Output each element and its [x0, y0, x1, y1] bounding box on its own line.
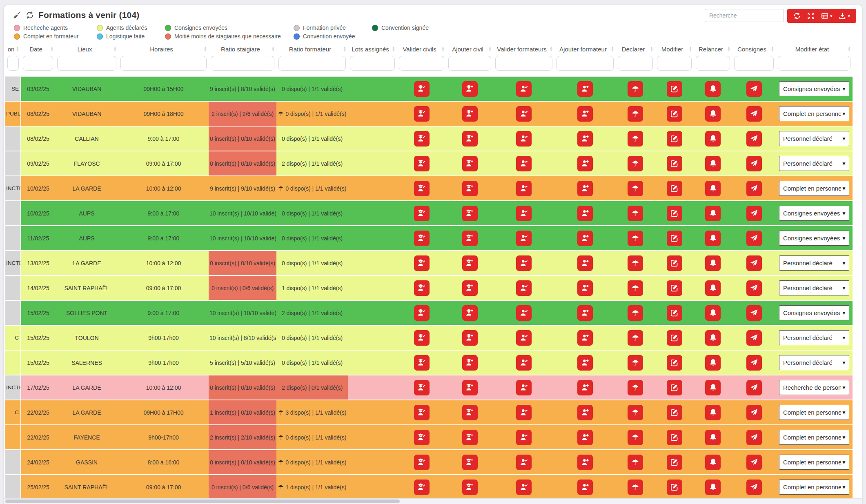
ajouter-civil-button[interactable] [462, 231, 478, 246]
sort-icon[interactable]: ▲▼ [204, 46, 207, 52]
etat-select[interactable]: Personnel déclaré ▼ [779, 355, 849, 370]
ajouter-formateur-button[interactable] [577, 255, 593, 271]
column-header[interactable]: Lots assignés▲▼ [348, 43, 397, 55]
column-filter-input[interactable] [120, 56, 207, 71]
sort-icon[interactable]: ▲▼ [650, 46, 653, 52]
etat-select[interactable]: Consignes envoyées ▼ [779, 305, 849, 320]
search-input[interactable] [705, 9, 784, 22]
ajouter-formateur-button[interactable] [577, 480, 593, 495]
modifier-button[interactable] [667, 106, 682, 122]
consignes-button[interactable] [746, 380, 762, 395]
relancer-button[interactable] [705, 255, 721, 271]
column-filter-input[interactable] [278, 56, 346, 71]
column-filter-input[interactable] [618, 56, 653, 71]
sort-icon[interactable]: ▲▼ [848, 46, 851, 52]
ajouter-civil-button[interactable] [462, 131, 478, 147]
etat-select[interactable]: Complet en personnel ▼ [779, 430, 849, 445]
valider-civils-button[interactable] [414, 131, 430, 147]
ajouter-civil-button[interactable] [462, 405, 478, 420]
sort-icon[interactable]: ▲▼ [441, 46, 445, 52]
valider-formateurs-button[interactable] [516, 255, 532, 271]
ajouter-formateur-button[interactable] [577, 430, 593, 445]
etat-select[interactable]: Consignes envoyées ▼ [779, 81, 849, 96]
consignes-button[interactable] [746, 455, 762, 470]
valider-civils-button[interactable] [414, 380, 430, 395]
etat-select[interactable]: Recherche de personnel ▼ [779, 380, 849, 395]
ajouter-civil-button[interactable] [462, 330, 478, 346]
etat-select[interactable]: Personnel déclaré ▼ [779, 131, 849, 146]
modifier-button[interactable] [667, 131, 682, 147]
consignes-button[interactable] [746, 81, 762, 97]
column-header[interactable]: Ratio staigiare▲▼ [209, 43, 276, 55]
consignes-button[interactable] [746, 206, 762, 221]
valider-civils-button[interactable] [414, 430, 430, 445]
modifier-button[interactable] [667, 280, 682, 296]
declarer-button[interactable]: ☂ [628, 181, 643, 196]
consignes-button[interactable] [746, 405, 762, 420]
column-header[interactable]: Modifier▲▼ [655, 43, 694, 55]
relancer-button[interactable] [705, 181, 721, 196]
ajouter-civil-button[interactable] [462, 430, 478, 445]
modifier-button[interactable] [667, 181, 682, 196]
ajouter-formateur-button[interactable] [577, 455, 593, 470]
valider-formateurs-button[interactable] [516, 181, 532, 196]
consignes-button[interactable] [746, 355, 762, 371]
etat-select[interactable]: Complet en personnel ▼ [779, 455, 849, 470]
ajouter-civil-button[interactable] [462, 156, 478, 171]
valider-formateurs-button[interactable] [516, 305, 532, 321]
relancer-button[interactable] [705, 355, 721, 371]
etat-select[interactable]: Consignes envoyées ▼ [779, 231, 849, 246]
columns-button[interactable]: ▾ [818, 9, 836, 23]
ajouter-formateur-button[interactable] [577, 280, 593, 296]
column-filter-input[interactable] [448, 56, 491, 71]
column-header[interactable]: Lieux▲▼ [55, 43, 118, 55]
relancer-button[interactable] [705, 330, 721, 346]
etat-select[interactable]: Personnel déclaré ▼ [779, 156, 849, 171]
column-header[interactable]: Valider civils▲▼ [397, 43, 446, 55]
ajouter-formateur-button[interactable] [577, 206, 593, 221]
valider-civils-button[interactable] [414, 480, 430, 495]
valider-civils-button[interactable] [414, 206, 430, 221]
consignes-button[interactable] [746, 156, 762, 171]
column-header[interactable]: Horaires▲▼ [118, 43, 209, 55]
declarer-button[interactable]: ☂ [628, 355, 643, 371]
modifier-button[interactable] [667, 255, 682, 271]
ajouter-civil-button[interactable] [462, 455, 478, 470]
horizontal-scrollbar[interactable] [4, 498, 862, 504]
consignes-button[interactable] [746, 131, 762, 147]
sort-icon[interactable]: ▲▼ [771, 46, 774, 52]
valider-civils-button[interactable] [414, 181, 430, 196]
valider-formateurs-button[interactable] [516, 156, 532, 171]
valider-formateurs-button[interactable] [516, 330, 532, 346]
column-header[interactable]: Relancer▲▼ [694, 43, 732, 55]
broom-icon[interactable] [13, 11, 21, 19]
ajouter-formateur-button[interactable] [577, 231, 593, 246]
modifier-button[interactable] [667, 305, 682, 321]
valider-civils-button[interactable] [414, 81, 430, 97]
ajouter-civil-button[interactable] [462, 181, 478, 196]
relancer-button[interactable] [705, 231, 721, 246]
modifier-button[interactable] [667, 480, 682, 495]
sort-icon[interactable]: ▲▼ [550, 46, 553, 52]
declarer-button[interactable]: ☂ [628, 81, 643, 97]
valider-formateurs-button[interactable] [516, 455, 532, 470]
valider-civils-button[interactable] [414, 355, 430, 371]
column-filter-input[interactable] [211, 56, 274, 71]
relancer-button[interactable] [705, 430, 721, 445]
declarer-button[interactable]: ☂ [628, 305, 643, 321]
etat-select[interactable]: Personnel déclaré ▼ [779, 255, 849, 271]
column-header[interactable]: Declarer▲▼ [616, 43, 655, 55]
valider-civils-button[interactable] [414, 231, 430, 246]
column-header[interactable]: Ajouter civil▲▼ [446, 43, 493, 55]
refresh-table-button[interactable] [790, 9, 804, 23]
relancer-button[interactable] [705, 81, 721, 97]
consignes-button[interactable] [746, 330, 762, 346]
valider-civils-button[interactable] [414, 280, 430, 296]
column-header[interactable]: on▲▼ [5, 43, 21, 55]
ajouter-formateur-button[interactable] [577, 156, 593, 171]
modifier-button[interactable] [667, 231, 682, 246]
ajouter-civil-button[interactable] [462, 280, 478, 296]
modifier-button[interactable] [667, 156, 682, 171]
ajouter-formateur-button[interactable] [577, 405, 593, 420]
valider-civils-button[interactable] [414, 156, 430, 171]
